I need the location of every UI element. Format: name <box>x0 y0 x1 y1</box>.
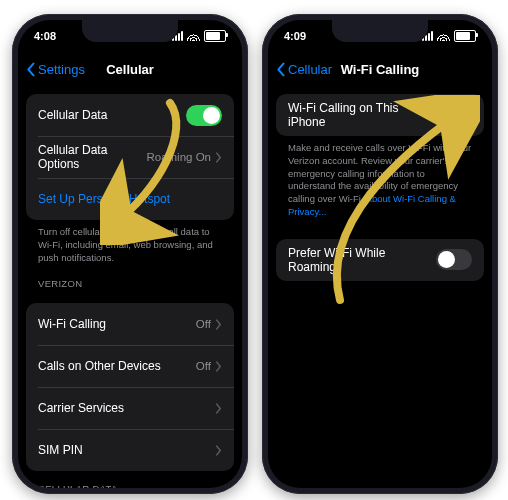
stage: 4:08 Settings Cellular Cellular <box>0 0 508 500</box>
content-area[interactable]: Wi-Fi Calling on This iPhone Make and re… <box>268 86 492 488</box>
group-footer-text: Turn off cellular data to restrict all d… <box>26 220 234 266</box>
battery-icon <box>204 30 226 42</box>
battery-icon <box>454 30 476 42</box>
back-label: Cellular <box>288 62 332 77</box>
group-prefer-wifi-roaming: Prefer Wi-Fi While Roaming <box>276 239 484 281</box>
row-label: Prefer Wi-Fi While Roaming <box>288 246 436 274</box>
row-wifi-calling-iphone[interactable]: Wi-Fi Calling on This iPhone <box>276 94 484 136</box>
screen-right: 4:09 Cellular Wi-Fi Calling Wi-Fi Callin <box>268 20 492 488</box>
back-button[interactable]: Cellular <box>276 62 332 77</box>
nav-bar: Cellular Wi-Fi Calling <box>268 52 492 86</box>
row-prefer-wifi-roaming[interactable]: Prefer Wi-Fi While Roaming <box>276 239 484 281</box>
screen-left: 4:08 Settings Cellular Cellular <box>18 20 242 488</box>
row-label: Calls on Other Devices <box>38 359 196 373</box>
row-detail: Roaming On <box>146 151 211 163</box>
phone-frame-left: 4:08 Settings Cellular Cellular <box>12 14 248 494</box>
nav-title: Cellular <box>106 62 154 77</box>
chevron-left-icon <box>26 62 36 76</box>
group-cellular-main: Cellular Data Cellular Data Options Roam… <box>26 94 234 220</box>
group-footer-text: Make and receive calls over Wi-Fi with y… <box>276 136 484 221</box>
notch <box>82 20 178 42</box>
status-indicators <box>422 30 476 42</box>
back-label: Settings <box>38 62 85 77</box>
section-header-carrier: VERIZON <box>26 266 234 293</box>
row-label: Carrier Services <box>38 401 215 415</box>
row-label: Wi-Fi Calling on This iPhone <box>288 101 436 129</box>
phone-frame-right: 4:09 Cellular Wi-Fi Calling Wi-Fi Callin <box>262 14 498 494</box>
status-time: 4:08 <box>34 30 56 42</box>
toggle-wifi-calling-iphone[interactable] <box>436 105 472 126</box>
row-carrier-services[interactable]: Carrier Services <box>26 387 234 429</box>
row-sim-pin[interactable]: SIM PIN <box>26 429 234 471</box>
row-label: Cellular Data <box>38 108 186 122</box>
section-header-cellular-data: CELLULAR DATA <box>26 471 234 488</box>
status-time: 4:09 <box>284 30 306 42</box>
chevron-right-icon <box>215 403 222 414</box>
group-carrier: Wi-Fi Calling Off Calls on Other Devices… <box>26 303 234 471</box>
notch <box>332 20 428 42</box>
row-wifi-calling[interactable]: Wi-Fi Calling Off <box>26 303 234 345</box>
status-indicators <box>172 30 226 42</box>
chevron-right-icon <box>215 319 222 330</box>
chevron-right-icon <box>215 445 222 456</box>
row-detail: Off <box>196 318 211 330</box>
row-label: Cellular Data Options <box>38 143 146 171</box>
row-label: Wi-Fi Calling <box>38 317 196 331</box>
row-label: Set Up Personal Hotspot <box>38 192 222 206</box>
nav-title: Wi-Fi Calling <box>341 62 420 77</box>
group-wifi-calling-iphone: Wi-Fi Calling on This iPhone <box>276 94 484 136</box>
back-button[interactable]: Settings <box>26 62 85 77</box>
content-area[interactable]: Cellular Data Cellular Data Options Roam… <box>18 86 242 488</box>
row-personal-hotspot[interactable]: Set Up Personal Hotspot <box>26 178 234 220</box>
chevron-right-icon <box>215 152 222 163</box>
chevron-right-icon <box>215 361 222 372</box>
row-cellular-data[interactable]: Cellular Data <box>26 94 234 136</box>
row-detail: Off <box>196 360 211 372</box>
toggle-cellular-data[interactable] <box>186 105 222 126</box>
wifi-icon <box>437 31 450 41</box>
row-calls-other-devices[interactable]: Calls on Other Devices Off <box>26 345 234 387</box>
toggle-prefer-wifi-roaming[interactable] <box>436 249 472 270</box>
chevron-left-icon <box>276 62 286 76</box>
row-cellular-data-options[interactable]: Cellular Data Options Roaming On <box>26 136 234 178</box>
row-label: SIM PIN <box>38 443 215 457</box>
wifi-icon <box>187 31 200 41</box>
nav-bar: Settings Cellular <box>18 52 242 86</box>
